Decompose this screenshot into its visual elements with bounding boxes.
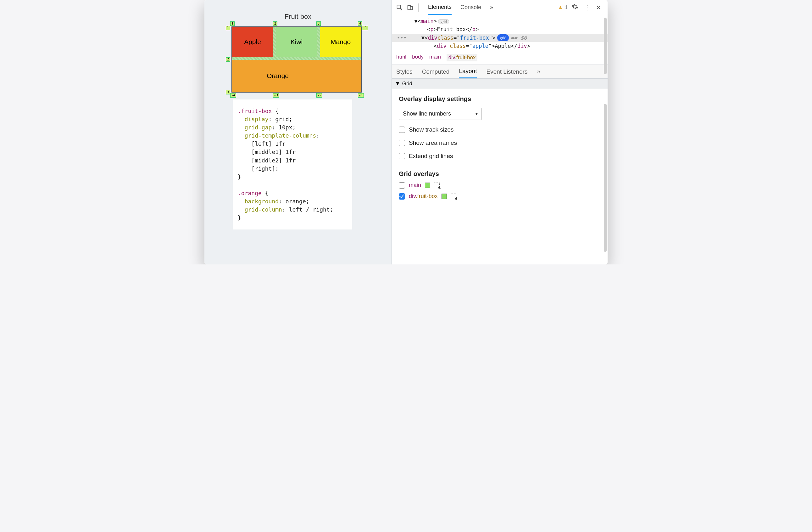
grid-line-tag: 4 [358,22,362,26]
dom-node-main[interactable]: ▼<main>grid [392,17,608,25]
css-value: [right] [251,165,275,172]
warnings-indicator[interactable]: ▲ 1 [557,4,568,11]
close-icon[interactable]: ✕ [594,4,603,11]
dom-node-selected[interactable]: ••• ▼<div class="fruit-box">grid== $0 [392,34,608,42]
kebab-menu-icon[interactable]: ⋮ [582,4,592,11]
dom-attr: class [437,34,453,42]
scrollbar[interactable] [604,104,607,252]
dom-tag: div [428,34,437,42]
dom-attr-value: fruit-box [460,34,489,42]
crumb-fruit-box[interactable]: div.fruit-box [447,54,478,61]
reveal-element-icon[interactable] [434,183,440,188]
checkbox[interactable] [399,127,405,133]
css-selector: .orange [238,190,262,196]
crumb-main[interactable]: main [429,54,441,61]
color-swatch[interactable] [425,183,430,188]
check-extend-grid-lines[interactable]: Extend grid lines [399,153,601,159]
checkbox[interactable] [399,193,405,199]
devtools-window: Fruit box Apple Kiwi Mango Orange 1 2 3 … [204,0,608,264]
page-title: Fruit box [217,13,379,21]
overlay-class: .fruit-box [416,193,438,199]
css-value: [left] 1fr [251,140,285,147]
subtab-layout[interactable]: Layout [459,65,477,79]
subtab-more[interactable]: » [537,68,540,75]
dom-text: Apple [495,43,511,49]
css-value: orange [286,198,306,205]
grid-line-tag: 2 [273,22,277,26]
main-tabs: Elements Console » [428,0,493,15]
tab-console[interactable]: Console [460,0,481,15]
check-show-track-sizes[interactable]: Show track sizes [399,126,601,133]
grid-cell-kiwi: Kiwi [276,27,317,57]
devtools-panel: Elements Console » ▲ 1 ⋮ ✕ ▼<main>grid <… [392,0,608,264]
crumb-tag: div [448,54,455,60]
toolbar-divider [418,3,419,12]
styles-subtabs: Styles Computed Layout Event Listeners » [392,65,608,79]
css-prop: display [245,116,269,123]
dom-dollar-zero: == $0 [511,34,527,42]
checkbox[interactable] [399,182,405,188]
grid-badge-active[interactable]: grid [497,34,509,41]
grid-line-tag: 1 [226,26,230,30]
subtab-computed[interactable]: Computed [422,68,450,75]
grid-line-tag: -1 [362,26,368,30]
grid-line-tag: 2 [226,57,230,62]
css-value: [middle2] 1fr [251,157,295,164]
subtab-event-listeners[interactable]: Event Listeners [486,68,527,75]
page-preview-pane: Fruit box Apple Kiwi Mango Orange 1 2 3 … [204,0,392,264]
tab-more[interactable]: » [490,0,493,15]
dom-attr-value: apple [472,43,489,49]
css-value: 10px [279,124,292,131]
grid-section-header[interactable]: ▼ Grid [392,79,608,89]
inspect-element-icon[interactable] [395,3,404,12]
dom-tag: main [421,18,434,24]
dom-line-actions-icon[interactable]: ••• [395,34,408,42]
css-code-block: .fruit-box { display: grid; grid-gap: 10… [233,99,352,229]
breadcrumb: html body main div.fruit-box [392,52,608,65]
overlay-element-name[interactable]: main [409,182,421,188]
scrollbar[interactable] [604,18,607,74]
grid-cell-apple: Apple [232,27,273,57]
settings-icon[interactable] [569,3,580,12]
color-swatch[interactable] [441,194,447,199]
section-title: Grid [402,81,412,87]
css-value: left / right [289,206,330,213]
reveal-element-icon[interactable] [451,194,456,199]
overlay-tag: div [409,193,416,199]
grid-overlay-row-fruit-box[interactable]: div.fruit-box [399,193,601,199]
warning-icon: ▲ [557,4,563,11]
dom-node-p[interactable]: <p>Fruit box</p> [392,25,608,33]
warning-count: 1 [565,5,568,10]
checkbox[interactable] [399,153,405,159]
grid-line-tag: 3 [226,90,230,95]
select-value: Show line numbers [403,111,451,117]
dom-tag: div [437,43,447,49]
dom-tree[interactable]: ▼<main>grid <p>Fruit box</p> ••• ▼<div c… [392,15,608,52]
dom-attr: class [450,43,466,49]
css-selector: .fruit-box [238,108,272,114]
grid-overlay-row-main[interactable]: main [399,182,601,188]
crumb-html[interactable]: html [396,54,406,61]
checkbox-label: Show area names [409,139,457,146]
grid-cell-mango: Mango [320,27,361,57]
line-numbers-select[interactable]: Show line numbers ▼ [399,108,482,120]
css-prop: grid-column [245,206,282,213]
dom-tag: p [431,26,434,32]
dom-node-apple[interactable]: <div class="apple">Apple</div> [392,42,608,50]
crumb-body[interactable]: body [412,54,424,61]
dom-tag: div [517,43,527,49]
checkbox[interactable] [399,140,405,146]
device-toggle-icon[interactable] [406,3,415,12]
check-show-area-names[interactable]: Show area names [399,139,601,146]
devtools-toolbar: Elements Console » ▲ 1 ⋮ ✕ [392,0,608,15]
chevron-down-icon: ▼ [475,112,478,116]
crumb-class: .fruit-box [455,54,476,60]
dom-text: Fruit box [437,26,466,32]
grid-badge[interactable]: grid [438,19,449,24]
css-value: grid [275,116,289,123]
tab-elements[interactable]: Elements [428,0,452,15]
layout-panel-body: Overlay display settings Show line numbe… [392,89,608,206]
overlay-element-name[interactable]: div.fruit-box [409,193,438,199]
css-prop: background [245,198,279,205]
subtab-styles[interactable]: Styles [396,68,412,75]
